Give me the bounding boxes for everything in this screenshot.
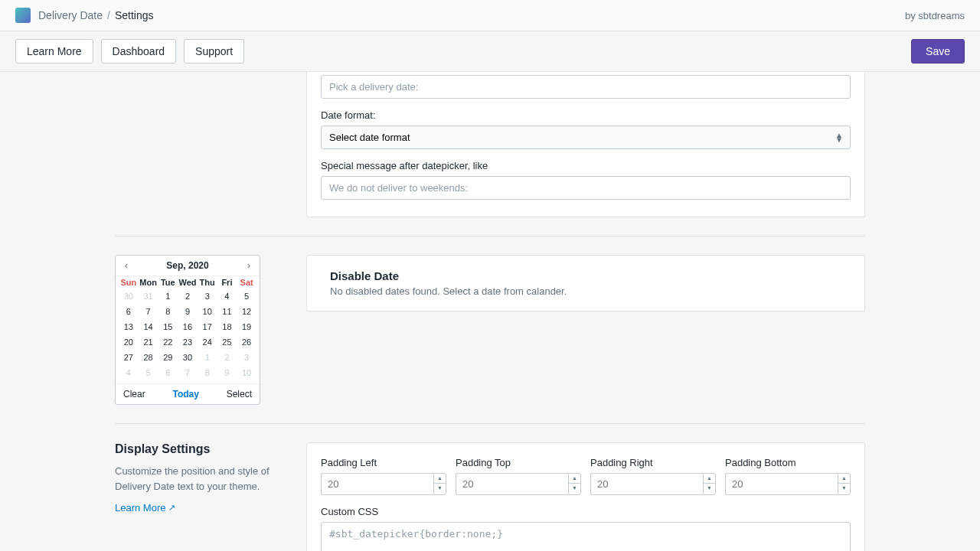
padding-left-stepper[interactable]: ▲▼ (321, 473, 446, 495)
calendar-day[interactable]: 4 (217, 289, 237, 304)
calendar-day[interactable]: 30 (178, 350, 198, 365)
calendar-day[interactable]: 9 (178, 304, 198, 319)
breadcrumb-separator: / (107, 9, 110, 21)
calendar-select-button[interactable]: Select (227, 389, 252, 399)
date-format-label: Date format: (321, 109, 851, 121)
padding-top-input[interactable] (456, 473, 568, 495)
calendar-day[interactable]: 1 (158, 289, 178, 304)
stepper-up-icon[interactable]: ▲ (434, 474, 446, 484)
calendar-day[interactable]: 6 (119, 304, 139, 319)
calendar-day[interactable]: 5 (237, 289, 256, 304)
calendar-today-button[interactable]: Today (172, 389, 198, 399)
stepper-down-icon[interactable]: ▼ (704, 484, 715, 493)
calendar-day[interactable]: 19 (237, 319, 256, 334)
calendar-day[interactable]: 21 (139, 334, 158, 350)
external-link-icon: ↗ (168, 503, 175, 513)
calendar-day[interactable]: 20 (119, 334, 139, 350)
calendar-day[interactable]: 10 (237, 365, 256, 380)
calendar-next-icon[interactable]: › (244, 260, 253, 271)
by-line: by sbtdreams (905, 10, 965, 21)
toolbar: Learn More Dashboard Support Save (0, 31, 980, 72)
learn-more-button[interactable]: Learn More (15, 39, 93, 64)
padding-left-label: Padding Left (321, 457, 446, 468)
calendar-day[interactable]: 15 (158, 319, 178, 334)
calendar-day[interactable]: 14 (139, 319, 158, 334)
datepicker-settings-card: Date format: Select date format ▲▼ Speci… (306, 72, 865, 217)
calendar-day[interactable]: 12 (237, 304, 256, 319)
calendar-day[interactable]: 10 (198, 304, 217, 319)
calendar-day[interactable]: 4 (119, 365, 139, 380)
calendar-day[interactable]: 17 (198, 319, 217, 334)
calendar-day[interactable]: 3 (198, 289, 217, 304)
app-logo-icon (15, 8, 31, 23)
date-format-select[interactable]: Select date format (321, 126, 851, 149)
calendar-dow: Tue (158, 278, 178, 287)
display-settings-desc: Customize the position and style of Deli… (115, 464, 283, 494)
calendar-dow: Sat (237, 278, 256, 287)
dashboard-button[interactable]: Dashboard (101, 39, 177, 64)
calendar-day[interactable]: 16 (178, 319, 198, 334)
page-title: Settings (115, 9, 154, 21)
padding-top-label: Padding Top (456, 457, 581, 468)
calendar-day[interactable]: 28 (139, 350, 158, 365)
stepper-down-icon[interactable]: ▼ (569, 484, 580, 493)
calendar-day[interactable]: 6 (158, 365, 178, 380)
calendar-dow: Thu (198, 278, 217, 287)
special-message-label: Special message after datepicker, like (321, 160, 851, 171)
padding-top-stepper[interactable]: ▲▼ (456, 473, 581, 495)
disable-date-card: Disable Date No disabled dates found. Se… (306, 255, 865, 311)
calendar-day[interactable]: 29 (158, 350, 178, 365)
stepper-up-icon[interactable]: ▲ (704, 474, 715, 484)
calendar-day[interactable]: 9 (217, 365, 237, 380)
display-settings-card: Padding Left ▲▼ Padding Top ▲▼ (306, 442, 865, 551)
display-learn-more-link[interactable]: Learn More↗ (115, 502, 175, 514)
topbar: Delivery Date / Settings by sbtdreams (0, 0, 980, 31)
calendar-dow-row: SunMonTueWedThuFriSat (116, 276, 260, 289)
calendar-day[interactable]: 1 (198, 350, 217, 365)
calendar-day[interactable]: 3 (237, 350, 256, 365)
calendar-day[interactable]: 2 (217, 350, 237, 365)
special-message-input[interactable] (321, 176, 851, 200)
calendar-day[interactable]: 27 (119, 350, 139, 365)
calendar-day[interactable]: 13 (119, 319, 139, 334)
padding-right-input[interactable] (590, 473, 703, 495)
calendar-day[interactable]: 5 (139, 365, 158, 380)
calendar-day[interactable]: 24 (198, 334, 217, 350)
calendar-day[interactable]: 23 (178, 334, 198, 350)
calendar-day[interactable]: 7 (178, 365, 198, 380)
calendar-day[interactable]: 30 (119, 289, 139, 304)
padding-bottom-stepper[interactable]: ▲▼ (725, 473, 851, 495)
padding-left-input[interactable] (321, 473, 433, 495)
save-button[interactable]: Save (911, 39, 965, 64)
calendar-day[interactable]: 22 (158, 334, 178, 350)
calendar-day[interactable]: 2 (178, 289, 198, 304)
calendar-grid: 3031123456789101112131415161718192021222… (116, 289, 260, 383)
calendar-day[interactable]: 7 (139, 304, 158, 319)
stepper-down-icon[interactable]: ▼ (838, 484, 850, 493)
calendar-day[interactable]: 8 (158, 304, 178, 319)
calendar-dow: Fri (217, 278, 237, 287)
stepper-down-icon[interactable]: ▼ (434, 484, 446, 493)
calendar-day[interactable]: 31 (139, 289, 158, 304)
app-name[interactable]: Delivery Date (38, 9, 103, 21)
calendar-day[interactable]: 26 (237, 334, 256, 350)
calendar-day[interactable]: 8 (198, 365, 217, 380)
calendar-title[interactable]: Sep, 2020 (166, 260, 208, 271)
calendar-dow: Wed (178, 278, 198, 287)
padding-right-stepper[interactable]: ▲▼ (590, 473, 716, 495)
disable-date-title: Disable Date (330, 269, 851, 282)
calendar-clear-button[interactable]: Clear (123, 389, 145, 399)
calendar-day[interactable]: 11 (217, 304, 237, 319)
pick-date-label-input[interactable] (321, 75, 851, 99)
custom-css-textarea[interactable] (321, 522, 851, 551)
padding-bottom-input[interactable] (725, 473, 838, 495)
calendar-day[interactable]: 25 (217, 334, 237, 350)
calendar-dow: Sun (119, 278, 139, 287)
stepper-up-icon[interactable]: ▲ (569, 474, 580, 484)
calendar-dow: Mon (139, 278, 158, 287)
calendar-prev-icon[interactable]: ‹ (122, 260, 131, 271)
stepper-up-icon[interactable]: ▲ (838, 474, 850, 484)
calendar-day[interactable]: 18 (217, 319, 237, 334)
support-button[interactable]: Support (184, 39, 244, 64)
calendar: ‹ Sep, 2020 › SunMonTueWedThuFriSat 3031… (115, 255, 260, 405)
